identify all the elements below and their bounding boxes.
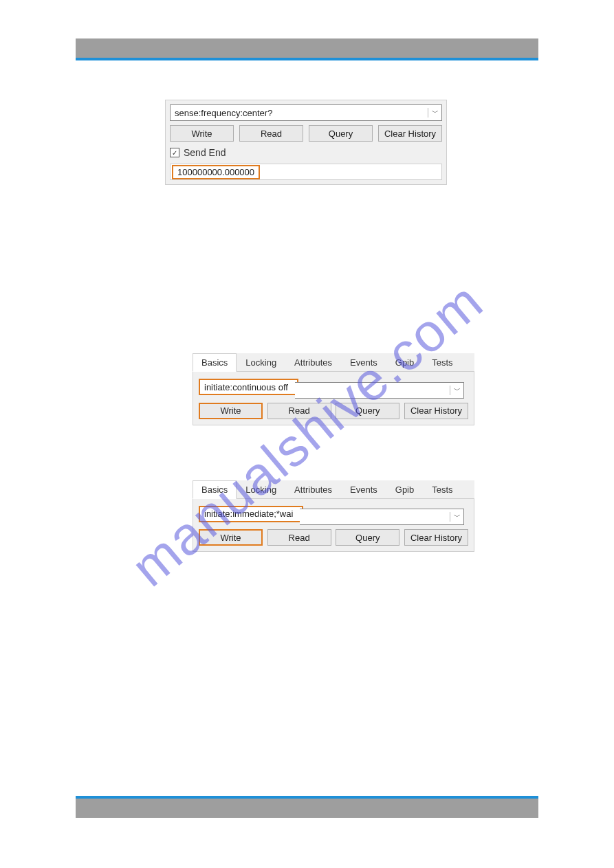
send-end-label: Send End xyxy=(184,147,226,158)
chevron-down-icon[interactable]: ﹀ xyxy=(450,386,463,395)
content-area: sense:frequency:center? ﹀ Write Read Que… xyxy=(76,100,538,552)
clear-history-button[interactable]: Clear History xyxy=(404,529,468,546)
scpi-panel-1: sense:frequency:center? ﹀ Write Read Que… xyxy=(165,100,447,185)
scpi-panel-3: initiate:immediate;*wai ﹀ Write Read Que… xyxy=(193,499,474,553)
chevron-down-icon[interactable]: ﹀ xyxy=(428,108,441,118)
command-text-3: initiate:immediate;*wai xyxy=(200,509,302,519)
tab-locking[interactable]: Locking xyxy=(237,480,285,498)
query-button[interactable]: Query xyxy=(336,529,399,546)
result-value: 100000000.000000 xyxy=(172,165,260,179)
tab-gpib[interactable]: Gpib xyxy=(386,480,423,498)
read-button[interactable]: Read xyxy=(267,529,331,546)
clear-history-button[interactable]: Clear History xyxy=(404,403,468,419)
tabs-row-3: Basics Locking Attributes Events Gpib Te… xyxy=(193,480,474,499)
command-combo-3-tail[interactable]: ﹀ xyxy=(300,509,464,525)
button-row-2: Write Read Query Clear History xyxy=(199,403,468,419)
read-button[interactable]: Read xyxy=(267,403,331,419)
tab-attributes[interactable]: Attributes xyxy=(285,480,341,498)
command-combo-2-tail[interactable]: ﹀ xyxy=(295,382,464,399)
header-gray-bar xyxy=(76,38,538,58)
scpi-panel-2: initiate:continuous off ﹀ Write Read Que… xyxy=(193,372,474,425)
command-combo-2-highlighted[interactable]: initiate:continuous off xyxy=(199,379,298,395)
send-end-checkbox[interactable]: ✓ xyxy=(170,148,179,157)
footer-gray-bar xyxy=(76,799,538,818)
write-button[interactable]: Write xyxy=(199,403,263,419)
tab-tests[interactable]: Tests xyxy=(423,480,461,498)
chevron-down-icon[interactable]: ﹀ xyxy=(450,512,463,522)
result-display: 100000000.000000 xyxy=(170,164,442,180)
query-button[interactable]: Query xyxy=(309,125,373,142)
write-button[interactable]: Write xyxy=(170,125,234,142)
command-text-2: initiate:continuous off xyxy=(200,382,297,392)
tab-events[interactable]: Events xyxy=(341,353,386,371)
command-combo-1[interactable]: sense:frequency:center? ﹀ xyxy=(170,104,442,121)
clear-history-button[interactable]: Clear History xyxy=(378,125,442,142)
tab-locking[interactable]: Locking xyxy=(237,353,285,371)
tab-gpib[interactable]: Gpib xyxy=(386,353,423,371)
tab-basics[interactable]: Basics xyxy=(193,480,237,499)
query-button[interactable]: Query xyxy=(336,403,399,419)
tabs-row-2: Basics Locking Attributes Events Gpib Te… xyxy=(193,353,474,372)
tab-events[interactable]: Events xyxy=(341,480,386,498)
command-combo-3-highlighted[interactable]: initiate:immediate;*wai xyxy=(199,506,303,522)
header-blue-rule xyxy=(76,58,538,60)
read-button[interactable]: Read xyxy=(239,125,303,142)
tab-tests[interactable]: Tests xyxy=(423,353,461,371)
command-text-1: sense:frequency:center? xyxy=(171,108,428,118)
send-end-row: ✓ Send End xyxy=(170,146,442,159)
write-button[interactable]: Write xyxy=(199,529,263,546)
button-row-1: Write Read Query Clear History xyxy=(170,125,442,142)
tab-basics[interactable]: Basics xyxy=(193,353,237,372)
button-row-3: Write Read Query Clear History xyxy=(199,529,468,546)
tab-attributes[interactable]: Attributes xyxy=(285,353,341,371)
